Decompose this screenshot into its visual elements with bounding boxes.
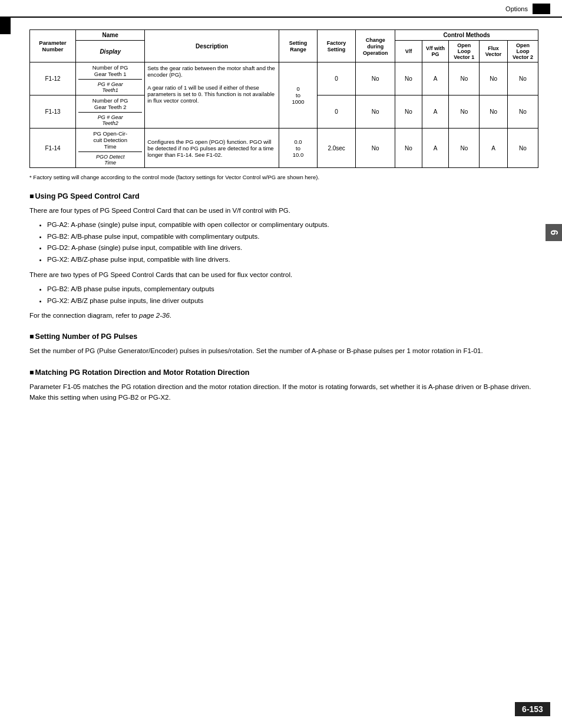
ol1-f1-12: No	[449, 62, 480, 95]
desc-f1-14: Configures the PG open (PGO) function. P…	[145, 129, 279, 168]
setting-range-header: Setting Range	[279, 30, 318, 62]
description-header: Description	[145, 30, 279, 62]
ol-vec1-header: Open Loop Vector 1	[449, 41, 480, 62]
chapter-tab: 6	[546, 224, 562, 241]
section-matching-pg-body: Parameter F1-05 matches the PG rotation …	[29, 381, 538, 403]
list-item: PG-B2: A/B phase pulse inputs, complemen…	[47, 284, 538, 295]
factory-f1-14: 2.0sec	[318, 129, 356, 168]
list-item: PG-D2: A-phase (single) pulse input, com…	[47, 242, 538, 254]
param-f1-12: F1-12	[30, 62, 76, 95]
flux-header: Flux Vector	[480, 41, 508, 62]
page-link[interactable]: page 2-36	[139, 312, 170, 319]
left-chapter-tab	[0, 17, 11, 34]
ol1-f1-13: No	[449, 95, 480, 129]
param-f1-13: F1-13	[30, 95, 76, 129]
factory-f1-12: 0	[318, 62, 356, 95]
factory-f1-13: 0	[318, 95, 356, 129]
header-black-bar	[533, 4, 550, 14]
param-f1-14: F1-14	[30, 129, 76, 168]
using-pg-bullets-2: PG-B2: A/B phase pulse inputs, complemen…	[47, 284, 538, 307]
ol2-f1-14: No	[507, 129, 538, 168]
change-f1-14: No	[356, 129, 395, 168]
param-number-header: ParameterNumber	[30, 30, 76, 62]
table-row: F1-12 Number of PGGear Teeth 1 PG # Gear…	[30, 62, 538, 95]
param-number-label: ParameterNumber	[32, 39, 73, 52]
vf-pg-header: V/f with PG	[422, 41, 449, 62]
change-during-op-header: Change during Operation	[356, 30, 395, 62]
vf-header: V/f	[395, 41, 422, 62]
section-using-pg-body: There are four types of PG Speed Control…	[29, 205, 538, 216]
using-pg-bullets-1: PG-A2: A-phase (single) pulse input, com…	[47, 219, 538, 265]
list-item: PG-A2: A-phase (single) pulse input, com…	[47, 219, 538, 231]
page-number-box: 6-153	[515, 702, 550, 716]
section-setting-pg-heading: Setting Number of PG Pulses	[29, 332, 538, 341]
flux-f1-14: A	[480, 129, 508, 168]
range-f1-14: 0.0to10.0	[279, 129, 318, 168]
page-content: ParameterNumber Name Description Setting…	[0, 18, 562, 419]
name-header: Name	[76, 30, 145, 41]
section-matching-pg-heading: Matching PG Rotation Direction and Motor…	[29, 368, 538, 377]
vfpg-f1-13: A	[422, 95, 449, 129]
change-f1-12: No	[356, 62, 395, 95]
list-item: PG-X2: A/B/Z-phase pulse input, compatib…	[47, 254, 538, 266]
parameter-table: ParameterNumber Name Description Setting…	[29, 29, 538, 168]
control-methods-header: Control Methods	[395, 30, 538, 41]
section-using-pg-body2: There are two types of PG Speed Control …	[29, 269, 538, 280]
name-f1-13: Number of PGGear Teeth 2 PG # GearTeeth2	[76, 95, 145, 129]
ol2-f1-12: No	[507, 62, 538, 95]
ol1-f1-14: No	[449, 129, 480, 168]
vf-f1-13: No	[395, 95, 422, 129]
section-using-pg-ref: For the connection diagram, refer to pag…	[29, 310, 538, 321]
factory-setting-header: Factory Setting	[318, 30, 356, 62]
range-f1-12-13: 0to1000	[279, 62, 318, 129]
vfpg-f1-12: A	[422, 62, 449, 95]
vf-f1-14: No	[395, 129, 422, 168]
name-f1-12: Number of PGGear Teeth 1 PG # GearTeeth1	[76, 62, 145, 95]
table-row: F1-14 PG Open-Cir-cuit DetectionTime PGO…	[30, 129, 538, 168]
page-header: Options	[0, 0, 562, 18]
table-footnote: * Factory setting will change according …	[29, 174, 538, 180]
section-using-pg-heading: Using PG Speed Control Card	[29, 192, 538, 200]
list-item: PG-B2: A/B-phase pulse input, compatible…	[47, 231, 538, 243]
ol-vec2-header: Open Loop Vector 2	[507, 41, 538, 62]
ol2-f1-13: No	[507, 95, 538, 129]
list-item: PG-X2: A/B/Z phase pulse inputs, line dr…	[47, 295, 538, 307]
display-header: Display	[76, 41, 145, 62]
flux-f1-12: No	[480, 62, 508, 95]
vfpg-f1-14: A	[422, 129, 449, 168]
section-setting-pg-body: Set the number of PG (Pulse Generator/En…	[29, 345, 538, 356]
options-label: Options	[505, 5, 528, 12]
change-f1-13: No	[356, 95, 395, 129]
desc-f1-12-13: Sets the gear ratio between the motor sh…	[145, 62, 279, 129]
flux-f1-13: No	[480, 95, 508, 129]
name-f1-14: PG Open-Cir-cuit DetectionTime PGO Detec…	[76, 129, 145, 168]
vf-f1-12: No	[395, 62, 422, 95]
